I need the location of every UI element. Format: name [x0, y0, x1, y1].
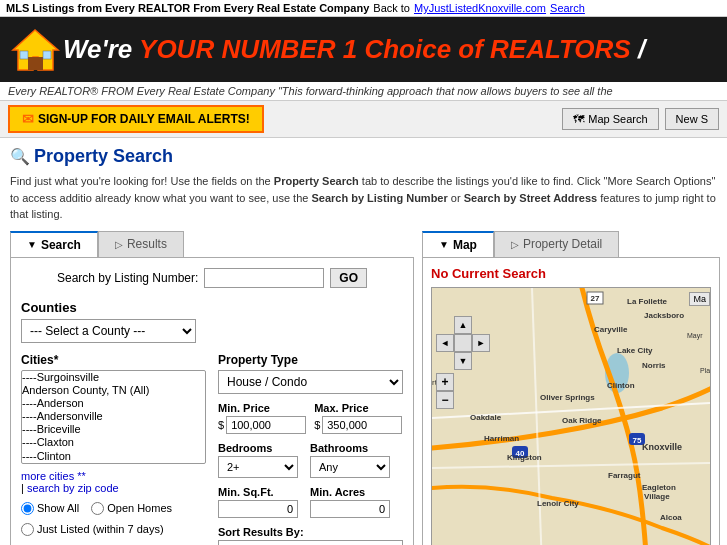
map-nav-controls: ▲ ◄ ► ▼ + −: [436, 316, 490, 409]
city-option: ----Anderson: [22, 397, 205, 410]
signup-button[interactable]: ✉ SIGN-UP FOR DAILY EMAIL ALERTS!: [8, 105, 264, 133]
bedrooms-dropdown[interactable]: 2+ Any 1+ 3+ 4+: [218, 456, 298, 478]
open-homes-label: Open Homes: [107, 502, 172, 514]
map-zoom-in[interactable]: +: [436, 373, 454, 391]
signup-label: SIGN-UP FOR DAILY EMAIL ALERTS!: [38, 112, 250, 126]
map-nav-down[interactable]: ▼: [454, 352, 472, 370]
more-cities-link[interactable]: more cities **: [21, 470, 86, 482]
action-buttons: 🗺 Map Search New S: [562, 108, 719, 130]
sort-row: Sort Results By: Price Descending Price …: [218, 526, 403, 546]
page-title: Property Search: [34, 146, 173, 167]
tabs-container: ▼ Search ▷ Results Search by Listing Num…: [10, 231, 717, 546]
tab-property-detail[interactable]: ▷ Property Detail: [494, 231, 619, 257]
svg-text:27: 27: [591, 294, 600, 303]
just-listed-radio[interactable]: Just Listed (within 7 days): [21, 523, 164, 536]
map-nav-left[interactable]: ◄: [436, 334, 454, 352]
map-nav-grid: ▲ ◄ ► ▼: [436, 316, 490, 370]
svg-text:Alcoa: Alcoa: [660, 513, 682, 522]
map-tab-row: ▼ Map ▷ Property Detail: [422, 231, 720, 257]
bathrooms-group: Bathrooms Any 1+ 2+ 3+: [310, 442, 390, 478]
svg-text:75: 75: [633, 436, 642, 445]
tab-property-detail-label: Property Detail: [523, 237, 602, 251]
cities-proptype-row: Cities* ----Surgoinsville Anderson Count…: [21, 353, 403, 546]
tagline-bar: Every REALTOR® FROM Every Real Estate Co…: [0, 82, 727, 101]
map-nav-right[interactable]: ►: [472, 334, 490, 352]
show-all-radio[interactable]: Show All: [21, 502, 79, 515]
bathrooms-dropdown[interactable]: Any 1+ 2+ 3+: [310, 456, 390, 478]
search-panel: Search by Listing Number: GO Counties --…: [10, 257, 414, 546]
map-nav-up[interactable]: ▲: [454, 316, 472, 334]
svg-text:Lenoir City: Lenoir City: [537, 499, 579, 508]
map-corner-button[interactable]: Ma: [689, 292, 710, 306]
map-search-button[interactable]: 🗺 Map Search: [562, 108, 658, 130]
max-price-input[interactable]: [322, 416, 402, 434]
city-option: Anderson County, TN (All): [22, 384, 205, 397]
tab-arrow-map: ▼: [439, 239, 449, 250]
svg-text:Clinton: Clinton: [607, 381, 635, 390]
zip-link[interactable]: search by zip code: [27, 482, 119, 494]
tab-map[interactable]: ▼ Map: [422, 231, 494, 257]
map-container[interactable]: 75 40 La Follette Jacksboro Caryville La…: [431, 287, 711, 546]
tagline-text: Every REALTOR® FROM Every Real Estate Co…: [8, 85, 613, 97]
map-panel: No Current Search 75: [422, 257, 720, 546]
min-sqft-input[interactable]: [218, 500, 298, 518]
tab-arrow-results: ▷: [115, 239, 123, 250]
listing-search-row: Search by Listing Number: GO: [21, 268, 403, 288]
svg-text:Eagleton: Eagleton: [642, 483, 676, 492]
email-icon: ✉: [22, 111, 34, 127]
min-acres-input[interactable]: [310, 500, 390, 518]
tab-results[interactable]: ▷ Results: [98, 231, 184, 257]
page-title-row: 🔍 Property Search: [10, 146, 717, 167]
svg-text:Harriman: Harriman: [484, 434, 519, 443]
main-content: 🔍 Property Search Find just what you're …: [0, 138, 727, 545]
svg-text:La Follette: La Follette: [627, 297, 668, 306]
banner-title: We're YOUR NUMBER 1 Choice of REALTORS /: [63, 34, 645, 65]
left-tab-row: ▼ Search ▷ Results: [10, 231, 414, 257]
city-option: ----Surgoinsville: [22, 371, 205, 384]
topbar-back: Back to: [373, 2, 410, 14]
cities-listbox[interactable]: ----Surgoinsville Anderson County, TN (A…: [21, 370, 206, 464]
new-search-button[interactable]: New S: [665, 108, 719, 130]
sort-dropdown[interactable]: Price Descending Price Ascending Date Li…: [218, 540, 403, 546]
svg-text:Oliver Springs: Oliver Springs: [540, 393, 595, 402]
svg-text:Mayr: Mayr: [687, 332, 703, 340]
dollar-sign-max: $: [314, 419, 320, 431]
open-homes-radio[interactable]: Open Homes: [91, 502, 172, 515]
topbar-search[interactable]: Search: [550, 2, 585, 14]
map-search-label: Map Search: [588, 113, 647, 125]
top-bar: MLS Listings from Every REALTOR From Eve…: [0, 0, 727, 17]
cities-section: Cities* ----Surgoinsville Anderson Count…: [21, 353, 206, 546]
tab-arrow-detail: ▷: [511, 239, 519, 250]
tab-search[interactable]: ▼ Search: [10, 231, 98, 257]
svg-rect-1: [28, 57, 43, 70]
city-option: ----Andersonville: [22, 410, 205, 423]
city-links: more cities ** | search by zip code: [21, 470, 206, 494]
proptype-dropdown[interactable]: House / Condo House Condo Land: [218, 370, 403, 394]
banner: We're YOUR NUMBER 1 Choice of REALTORS /: [0, 17, 727, 82]
county-dropdown[interactable]: --- Select a County --- Anderson Blount …: [21, 319, 196, 343]
action-bar: ✉ SIGN-UP FOR DAILY EMAIL ALERTS! 🗺 Map …: [0, 101, 727, 138]
min-sqft-label: Min. Sq.Ft.: [218, 486, 298, 498]
counties-label: Counties: [21, 300, 403, 315]
right-panel: ▼ Map ▷ Property Detail No Current Searc…: [422, 231, 720, 546]
city-option: ----Clinton: [22, 450, 205, 463]
min-price-input[interactable]: [226, 416, 306, 434]
listing-input[interactable]: [204, 268, 324, 288]
min-acres-group: Min. Acres: [310, 486, 390, 518]
svg-text:Pla: Pla: [700, 367, 710, 374]
city-option: ----Claxton: [22, 436, 205, 449]
tab-results-label: Results: [127, 237, 167, 251]
bedrooms-label: Bedrooms: [218, 442, 298, 454]
svg-text:Caryville: Caryville: [594, 325, 628, 334]
max-price-group: Max. Price $: [314, 402, 402, 434]
city-option: ----Briceville: [22, 423, 205, 436]
svg-text:Farragut: Farragut: [608, 471, 641, 480]
map-zoom-out[interactable]: −: [436, 391, 454, 409]
topbar-link[interactable]: MyJustListedKnoxville.com: [414, 2, 546, 14]
go-button[interactable]: GO: [330, 268, 367, 288]
svg-text:Kingston: Kingston: [507, 453, 542, 462]
left-panel: ▼ Search ▷ Results Search by Listing Num…: [10, 231, 414, 546]
dollar-sign-min: $: [218, 419, 224, 431]
description-text: Find just what you're looking for! Use t…: [10, 173, 717, 223]
min-acres-label: Min. Acres: [310, 486, 390, 498]
